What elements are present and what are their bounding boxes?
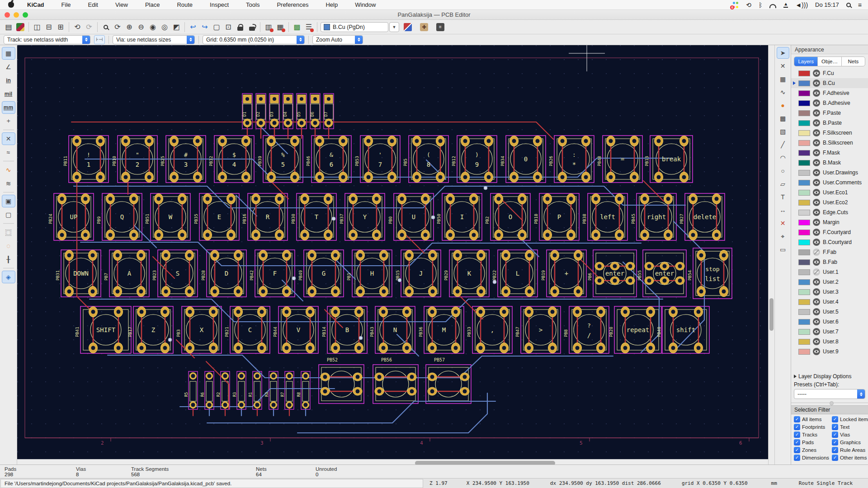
line-tool[interactable]: ╱ — [777, 139, 789, 150]
pcb-canvas[interactable]: 23456PB11!1PB10"2PB25#3PB32$4PB39%5PB46&… — [17, 45, 768, 457]
layer-color-swatch[interactable] — [798, 130, 810, 136]
net-inspector-icon[interactable]: ☰ — [303, 21, 315, 33]
layer-row-edge-cuts[interactable]: Edge.Cuts — [791, 207, 868, 217]
compare-footprints-icon[interactable]: ▦ — [274, 21, 286, 33]
units-mm[interactable]: mm — [2, 101, 15, 114]
layer-pair-icon[interactable] — [402, 21, 414, 33]
delete-tool[interactable]: ✕ — [777, 217, 789, 229]
zoom-in-icon[interactable]: ⊕ — [123, 21, 135, 33]
checkbox-checked-icon[interactable]: ✓ — [794, 424, 800, 430]
visibility-eye-icon[interactable] — [813, 129, 820, 136]
layer-color-swatch[interactable] — [798, 289, 810, 295]
layer-color-swatch[interactable] — [798, 170, 810, 176]
layer-selector[interactable]: B.Cu (PgDn) — [321, 22, 388, 32]
checkbox-checked-icon[interactable]: ✓ — [832, 424, 838, 430]
presets-select[interactable]: ----- — [794, 389, 865, 399]
highlight-net-tool[interactable]: ✕ — [777, 60, 789, 72]
layer-color-swatch[interactable] — [798, 70, 810, 76]
visibility-eye-icon[interactable] — [813, 119, 820, 127]
layer-row-f-courtyard[interactable]: F.Courtyard — [791, 227, 868, 237]
filter-item-pads[interactable]: ✓Pads — [794, 439, 832, 446]
save-icon[interactable]: ▤ — [3, 21, 14, 33]
pad-outline-mode[interactable]: ▢ — [2, 208, 15, 221]
control-center-icon[interactable]: ≡ — [858, 0, 862, 10]
layer-row-b-fab[interactable]: B.Fab — [791, 257, 868, 267]
layer-row-f-paste[interactable]: F.Paste — [791, 108, 868, 118]
filter-item-all-items[interactable]: ✓All items — [794, 416, 832, 422]
layer-row-f-silkscreen[interactable]: F.Silkscreen — [791, 128, 868, 138]
layer-color-swatch[interactable] — [798, 210, 810, 216]
layer-color-swatch[interactable] — [798, 180, 810, 186]
layer-display-options[interactable]: Layer Display Options — [791, 371, 868, 380]
layer-color-swatch[interactable] — [798, 90, 810, 96]
page-settings-icon[interactable]: ◫ — [31, 21, 43, 33]
circle-tool[interactable]: ○ — [777, 165, 789, 177]
layer-color-swatch[interactable] — [798, 299, 810, 305]
ratsnest-toggle[interactable]: ✕ — [2, 132, 15, 145]
polygon-tool[interactable]: ▱ — [777, 178, 789, 190]
layer-row-b-courtyard[interactable]: B.Courtyard — [791, 237, 868, 247]
via-size-stepper[interactable] — [187, 35, 194, 44]
minimize-window-button[interactable] — [14, 12, 19, 18]
menu-item-tools[interactable]: Tools — [241, 1, 264, 8]
tab-layers[interactable]: Layers — [794, 57, 818, 66]
layer-color-swatch[interactable] — [798, 239, 810, 245]
visibility-eye-icon[interactable] — [813, 239, 820, 246]
layer-color-swatch[interactable] — [798, 230, 810, 235]
layer-color-swatch[interactable] — [798, 160, 810, 166]
scripting-console-icon[interactable]: ≡ — [434, 21, 446, 33]
pad-display-mode[interactable]: ▣ — [2, 195, 15, 207]
visibility-eye-icon[interactable] — [813, 80, 820, 87]
select-area-icon[interactable]: ▢ — [211, 21, 222, 33]
layer-color-swatch[interactable] — [798, 120, 810, 126]
measure-tool[interactable]: ▭ — [777, 244, 789, 255]
filter-item-rule-areas[interactable]: ✓Rule Areas — [832, 447, 868, 453]
layer-row-b-adhesive[interactable]: B.Adhesive — [791, 98, 868, 108]
visibility-eye-off-icon[interactable] — [813, 268, 820, 276]
track-width-stepper[interactable] — [82, 35, 90, 44]
back-icon[interactable]: ↩ — [187, 21, 199, 33]
zoom-fit-icon[interactable]: ◉ — [147, 21, 159, 33]
zoom-stepper[interactable] — [355, 35, 363, 44]
zoom-window-button[interactable] — [23, 12, 28, 18]
filter-item-tracks[interactable]: ✓Tracks — [794, 432, 832, 438]
app-cluster-icon[interactable]: 0 — [732, 2, 739, 8]
layer-color-swatch[interactable] — [798, 200, 810, 206]
layer-row-f-adhesive[interactable]: F.Adhesive — [791, 88, 868, 98]
visibility-eye-icon[interactable] — [813, 179, 820, 186]
visibility-eye-icon[interactable] — [813, 219, 820, 226]
forward-icon[interactable]: ↪ — [199, 21, 211, 33]
redo-icon[interactable]: ⟳ — [83, 21, 95, 33]
visibility-eye-icon[interactable] — [813, 70, 820, 77]
grid-select[interactable]: Grid: 0.6350 mm (0.0250 in) — [203, 35, 305, 44]
menu-clock[interactable]: Do 15:17 — [815, 1, 839, 8]
visibility-eye-icon[interactable] — [813, 338, 820, 345]
lock-icon[interactable] — [234, 21, 246, 33]
layer-row-user-9[interactable]: User.9 — [791, 347, 868, 357]
layer-row-b-silkscreen[interactable]: B.Silkscreen — [791, 138, 868, 148]
wifi-icon[interactable] — [769, 4, 776, 8]
curved-ratsnest[interactable]: ≈ — [2, 146, 15, 159]
menu-item-file[interactable]: File — [57, 1, 76, 8]
visibility-eye-off-icon[interactable] — [813, 249, 820, 256]
checkbox-checked-icon[interactable]: ✓ — [794, 416, 800, 422]
layer-color-swatch[interactable] — [798, 110, 810, 116]
visibility-eye-icon[interactable] — [813, 89, 820, 97]
track-outline-mode[interactable]: ╂ — [2, 253, 15, 266]
layer-color-swatch[interactable] — [798, 140, 810, 146]
checkbox-checked-icon[interactable]: ✓ — [832, 447, 838, 453]
menu-item-view[interactable]: View — [110, 1, 133, 8]
layer-color-swatch[interactable] — [798, 100, 810, 106]
filter-item-zones[interactable]: ✓Zones — [794, 447, 832, 453]
checkbox-checked-icon[interactable]: ✓ — [832, 432, 838, 438]
units-inches[interactable]: in — [2, 74, 15, 87]
time-machine-icon[interactable]: ⟲ — [746, 0, 751, 10]
menu-item-preferences[interactable]: Preferences — [272, 1, 313, 8]
layer-selector-dropdown-button[interactable]: ▼ — [389, 22, 399, 32]
menu-item-help[interactable]: Help — [321, 1, 343, 8]
menu-item-kicad[interactable]: KiCad — [22, 1, 49, 8]
arc-tool[interactable]: ◠ — [777, 152, 789, 164]
panel-divider[interactable] — [791, 401, 868, 405]
visibility-eye-icon[interactable] — [813, 308, 820, 315]
select-tool[interactable]: ➤ — [777, 47, 789, 59]
